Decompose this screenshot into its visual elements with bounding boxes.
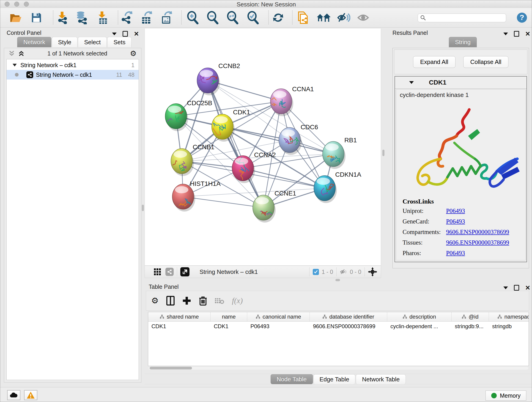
- table-cell[interactable]: stringdb: [489, 322, 529, 331]
- table-cell[interactable]: 9606.ENSP00000378699: [310, 322, 387, 331]
- detach-view-icon[interactable]: [180, 267, 190, 276]
- delete-column-icon[interactable]: [199, 296, 207, 306]
- zoom-fit-icon[interactable]: [226, 11, 239, 24]
- show-graphics-icon[interactable]: [357, 13, 370, 23]
- maximize-panel-icon[interactable]: [123, 31, 128, 37]
- column-label: shared name: [167, 313, 199, 320]
- column-header-description[interactable]: description: [387, 312, 452, 321]
- close-panel-icon[interactable]: ✕: [525, 32, 530, 36]
- tab-edge-table[interactable]: Edge Table: [313, 374, 355, 384]
- graph-node-cdkn1a[interactable]: CDKN1A: [314, 171, 361, 203]
- zoom-selected-icon[interactable]: [247, 11, 259, 24]
- cloud-button[interactable]: [7, 390, 20, 400]
- open-session-icon[interactable]: [10, 12, 22, 23]
- show-columns-icon[interactable]: [166, 296, 175, 306]
- tab-node-table[interactable]: Node Table: [271, 374, 313, 384]
- selected-checkbox-icon[interactable]: [313, 269, 319, 275]
- hide-graphics-icon[interactable]: [337, 12, 350, 23]
- search-input[interactable]: [418, 13, 506, 22]
- network-canvas[interactable]: CCNB2CCNA1CDC25BCDK1CDC6RB1CCNB1CCNA2CDK…: [145, 28, 381, 266]
- graph-node-ccne1[interactable]: CCNE1: [253, 190, 296, 223]
- table-cell[interactable]: stringdb:9...: [452, 322, 489, 331]
- close-panel-icon[interactable]: ✕: [134, 32, 139, 36]
- tree-expander-icon[interactable]: [12, 63, 17, 67]
- import-table-icon[interactable]: [97, 11, 108, 24]
- float-panel-icon[interactable]: [503, 287, 508, 289]
- column-header-database-identifier[interactable]: database identifier: [310, 312, 387, 321]
- crosslink-link[interactable]: P06493: [446, 207, 465, 215]
- column-header-shared-name[interactable]: shared name: [148, 312, 210, 321]
- graph-node-ccna1[interactable]: CCNA1: [270, 85, 314, 116]
- crosslink-link[interactable]: P06493: [446, 249, 465, 257]
- close-panel-icon[interactable]: ✕: [525, 286, 530, 290]
- graph-node-cdk1[interactable]: CDK1: [212, 109, 250, 142]
- node-label: RB1: [344, 137, 357, 144]
- table-row[interactable]: CDK1CDK1P064939606.ENSP00000378699cyclin…: [148, 322, 529, 331]
- add-column-icon[interactable]: [182, 296, 191, 305]
- results-button-box: Expand All Collapse All: [394, 50, 527, 74]
- zoom-out-icon[interactable]: [206, 11, 219, 24]
- tab-network[interactable]: Network: [17, 37, 51, 47]
- table-cell[interactable]: cyclin-dependent ...: [387, 322, 452, 331]
- save-session-icon[interactable]: [31, 12, 42, 23]
- memory-button[interactable]: Memory: [486, 390, 526, 401]
- expand-all-button[interactable]: Expand All: [413, 56, 456, 68]
- network-row-selected[interactable]: String Network – cdk1 11 48: [7, 70, 139, 80]
- graph-node-cdc6[interactable]: CDC6: [279, 123, 318, 155]
- zoom-in-icon[interactable]: [186, 11, 199, 24]
- column-header-name[interactable]: name: [210, 312, 247, 321]
- column-header-namespace[interactable]: namespace: [489, 312, 529, 321]
- maximize-panel-icon[interactable]: [514, 31, 519, 37]
- share-view-icon[interactable]: [165, 268, 174, 276]
- collapse-all-button[interactable]: Collapse All: [463, 56, 509, 68]
- column-header--id[interactable]: @id: [452, 312, 489, 321]
- graph-node-ccna2[interactable]: CCNA2: [232, 151, 276, 183]
- warnings-button[interactable]: [24, 390, 37, 400]
- table-cell[interactable]: P06493: [247, 322, 310, 331]
- node-table[interactable]: shared namenamecanonical namedatabase id…: [148, 312, 529, 366]
- refresh-icon[interactable]: [272, 12, 284, 24]
- export-network-icon[interactable]: [120, 11, 133, 24]
- graph-node-cdc25b[interactable]: CDC25B: [163, 99, 212, 131]
- tab-style[interactable]: Style: [52, 37, 77, 47]
- collapse-all-icon[interactable]: [8, 51, 15, 56]
- graph-node-rb1[interactable]: RB1: [323, 137, 357, 169]
- expand-all-icon[interactable]: [18, 51, 25, 56]
- graph-node-ccnb2[interactable]: CCNB2: [197, 62, 240, 95]
- crosslink-link[interactable]: 9606.ENSP00000378699: [446, 229, 509, 236]
- float-panel-icon[interactable]: [503, 32, 508, 35]
- column-header-canonical-name[interactable]: canonical name: [247, 312, 310, 321]
- import-network-file-icon[interactable]: [56, 11, 68, 24]
- network-graph[interactable]: CCNB2CCNA1CDC25BCDK1CDC6RB1CCNB1CCNA2CDK…: [145, 28, 381, 265]
- houses-icon[interactable]: [317, 12, 331, 23]
- clone-network-icon[interactable]: [297, 11, 309, 24]
- gene-header-row[interactable]: CDK1: [395, 77, 526, 89]
- import-network-database-icon[interactable]: [75, 11, 88, 24]
- section-expander-icon[interactable]: [409, 81, 414, 84]
- tab-network-table[interactable]: Network Table: [356, 374, 406, 384]
- tab-string[interactable]: String: [449, 37, 477, 47]
- export-image-icon[interactable]: [160, 11, 172, 24]
- splitter-handle[interactable]: [336, 279, 340, 281]
- gene-description: cyclin-dependent kinase 1: [400, 91, 469, 99]
- splitter-handle[interactable]: [142, 205, 144, 211]
- grid-view-icon[interactable]: [154, 268, 161, 275]
- maximize-panel-icon[interactable]: [514, 285, 519, 291]
- export-table-icon[interactable]: [140, 11, 152, 24]
- network-collection-row[interactable]: String Network – cdk1 1: [7, 60, 139, 70]
- table-options-gear-icon[interactable]: ⚙: [151, 297, 158, 304]
- table-cell[interactable]: CDK1: [148, 322, 210, 331]
- scrollbar-thumb[interactable]: [150, 367, 192, 370]
- splitter-handle[interactable]: [382, 150, 385, 156]
- help-icon[interactable]: ?: [516, 12, 527, 23]
- graph-edge[interactable]: [208, 80, 264, 208]
- tab-select[interactable]: Select: [78, 37, 107, 47]
- crosslink-link[interactable]: P06493: [446, 218, 465, 225]
- crosslink-link[interactable]: 9606.ENSP00000378699: [446, 239, 509, 246]
- options-gear-icon[interactable]: ⚙: [130, 50, 137, 57]
- table-horizontal-scrollbar[interactable]: [148, 366, 528, 370]
- float-panel-icon[interactable]: [112, 32, 117, 35]
- tab-sets[interactable]: Sets: [107, 37, 132, 47]
- table-cell[interactable]: CDK1: [210, 322, 247, 331]
- pan-tool-icon[interactable]: [368, 267, 377, 276]
